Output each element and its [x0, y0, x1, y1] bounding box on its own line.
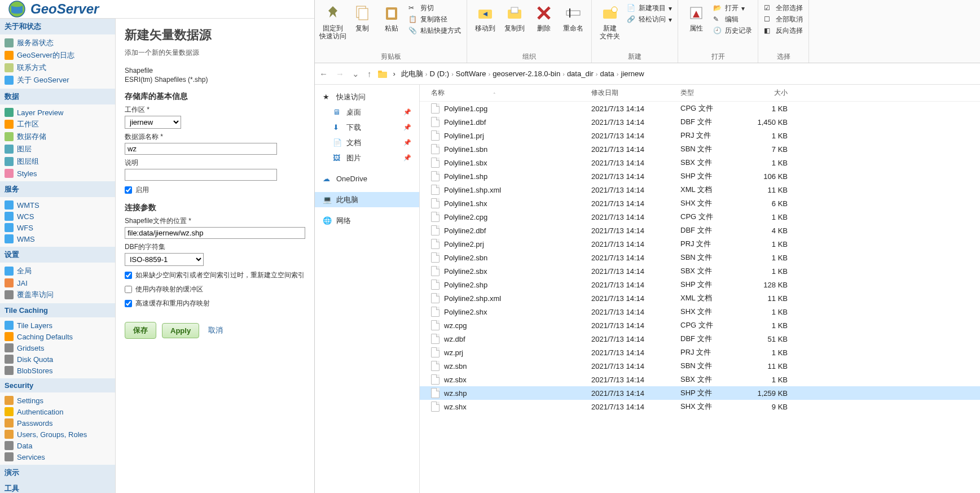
nav-item[interactable]: WFS [0, 222, 115, 233]
tree-downloads[interactable]: ⬇下载📌 [315, 120, 419, 135]
description-input[interactable] [125, 169, 277, 181]
nav-item[interactable]: 全局 [0, 265, 115, 277]
copy-to-button[interactable]: 复制到 [500, 2, 529, 34]
delete-button[interactable]: 删除 [529, 2, 559, 34]
nav-item[interactable]: Passwords [0, 417, 115, 429]
file-row[interactable]: Polyline2.sbx2021/7/13 14:14SBX 文件1 KB [420, 264, 980, 278]
up-button[interactable]: ↑ [367, 69, 372, 79]
select-none-button[interactable]: ☐全部取消 [764, 15, 803, 24]
nav-item[interactable]: 联系方式 [0, 62, 115, 74]
paste-button[interactable]: 粘贴 [377, 2, 406, 42]
nav-item[interactable]: Gridsets [0, 342, 115, 354]
open-button[interactable]: 📂打开▾ [713, 3, 752, 13]
breadcrumb-segment[interactable]: jiernew [621, 69, 644, 78]
enabled-checkbox[interactable] [125, 186, 132, 194]
paste-shortcut-button[interactable]: 📎粘贴快捷方式 [408, 26, 461, 36]
file-row[interactable]: Polyline1.sbn2021/7/13 14:14SBN 文件7 KB [420, 142, 980, 156]
col-type[interactable]: 类型 [675, 88, 747, 98]
easy-access-button[interactable]: 🔗轻松访问▾ [627, 15, 672, 24]
nav-item[interactable]: 关于 GeoServer [0, 74, 115, 86]
cut-button[interactable]: ✂剪切 [408, 3, 461, 13]
file-row[interactable]: Polyline1.prj2021/7/13 14:14PRJ 文件1 KB [420, 129, 980, 142]
recent-button[interactable]: ⌄ [352, 69, 359, 79]
nav-item[interactable]: Layer Preview [0, 107, 115, 118]
copy-button[interactable]: 复制 [348, 2, 377, 42]
breadcrumb-segment[interactable]: data_dir [567, 69, 594, 78]
nav-item[interactable]: Disk Quota [0, 354, 115, 365]
col-size[interactable]: 大小 [747, 88, 798, 98]
file-row[interactable]: Polyline2.cpg2021/7/13 14:14CPG 文件1 KB [420, 210, 980, 224]
file-row[interactable]: Polyline2.dbf2021/7/13 14:14DBF 文件4 KB [420, 224, 980, 237]
apply-button[interactable]: Apply [162, 323, 199, 338]
tree-network[interactable]: 🌐网络 [315, 213, 419, 228]
cancel-link[interactable]: 取消 [208, 325, 223, 335]
tree-onedrive[interactable]: ☁OneDrive [315, 171, 419, 186]
file-row[interactable]: Polyline1.shp.xml2021/7/13 14:14XML 文档11… [420, 183, 980, 197]
file-row[interactable]: wz.sbn2021/7/13 14:14SBN 文件11 KB [420, 359, 980, 373]
file-row[interactable]: wz.sbx2021/7/13 14:14SBX 文件1 KB [420, 373, 980, 386]
datasource-name-input[interactable] [125, 143, 277, 155]
nav-item[interactable]: Tile Layers [0, 320, 115, 331]
breadcrumb-segment[interactable]: SoftWare [456, 69, 486, 78]
pin-button[interactable]: 固定到快速访问 [318, 2, 348, 42]
bc-sep-root[interactable]: › [393, 69, 395, 78]
memory-buffer-checkbox[interactable] [125, 286, 132, 293]
back-button[interactable]: ← [319, 69, 328, 79]
breadcrumb-segment[interactable]: D (D:) [430, 69, 450, 78]
new-folder-button[interactable]: 新建文件夹 [595, 2, 625, 42]
file-row[interactable]: Polyline1.cpg2021/7/13 14:14CPG 文件1 KB [420, 102, 980, 115]
select-all-button[interactable]: ☑全部选择 [764, 3, 803, 13]
file-row[interactable]: wz.shx2021/7/13 14:14SHX 文件9 KB [420, 400, 980, 413]
col-name[interactable]: 名称˄ [420, 88, 586, 98]
nav-item[interactable]: Users, Groups, Roles [0, 429, 115, 440]
nav-item[interactable]: 工作区 [0, 118, 115, 130]
file-row[interactable]: wz.dbf2021/7/13 14:14DBF 文件51 KB [420, 332, 980, 346]
nav-item[interactable]: 图层组 [0, 155, 115, 168]
file-row[interactable]: wz.prj2021/7/13 14:14PRJ 文件1 KB [420, 346, 980, 359]
save-button[interactable]: 保存 [125, 322, 156, 339]
rename-button[interactable]: 重命名 [559, 2, 588, 34]
file-row[interactable]: Polyline2.prj2021/7/13 14:14PRJ 文件1 KB [420, 237, 980, 251]
file-row[interactable]: Polyline2.shp2021/7/13 14:14SHP 文件128 KB [420, 278, 980, 291]
nav-item[interactable]: 图层 [0, 143, 115, 155]
nav-item[interactable]: 数据存储 [0, 130, 115, 143]
workspace-select[interactable]: jiernew [125, 116, 181, 129]
tree-quick-access[interactable]: ★快速访问 [315, 89, 419, 104]
edit-button[interactable]: ✎编辑 [713, 15, 752, 24]
file-row[interactable]: wz.shp2021/7/13 14:14SHP 文件1,259 KB [420, 386, 980, 400]
nav-item[interactable]: Data [0, 440, 115, 451]
file-row[interactable]: Polyline2.sbn2021/7/13 14:14SBN 文件1 KB [420, 251, 980, 264]
file-row[interactable]: Polyline1.shp2021/7/13 14:14SHP 文件106 KB [420, 169, 980, 183]
file-row[interactable]: Polyline1.shx2021/7/13 14:14SHX 文件6 KB [420, 197, 980, 210]
nav-item[interactable]: Authentication [0, 406, 115, 417]
breadcrumb-segment[interactable]: geoserver-2.18.0-bin [493, 69, 560, 78]
forward-button[interactable]: → [336, 69, 344, 79]
properties-button[interactable]: 属性 [682, 2, 711, 37]
nav-item[interactable]: GeoServer的日志 [0, 49, 115, 62]
file-row[interactable]: Polyline2.shx2021/7/13 14:14SHX 文件1 KB [420, 305, 980, 319]
history-button[interactable]: 🕘历史记录 [713, 26, 752, 36]
nav-item[interactable]: Settings [0, 395, 115, 406]
nav-item[interactable]: Services [0, 451, 115, 463]
file-row[interactable]: Polyline1.dbf2021/7/13 14:14DBF 文件1,450 … [420, 115, 980, 129]
nav-item[interactable]: WCS [0, 211, 115, 222]
invert-select-button[interactable]: ◧反向选择 [764, 26, 803, 36]
breadcrumb-segment[interactable]: 此电脑 [401, 69, 423, 79]
charset-select[interactable]: ISO-8859-1 [125, 253, 204, 266]
col-date[interactable]: 修改日期 [586, 88, 675, 98]
tree-this-pc[interactable]: 💻此电脑 [315, 192, 419, 207]
breadcrumb-segment[interactable]: data [600, 69, 614, 78]
file-row[interactable]: wz.cpg2021/7/13 14:14CPG 文件1 KB [420, 319, 980, 332]
nav-item[interactable]: BlobStores [0, 365, 115, 376]
nav-item[interactable]: JAI [0, 277, 115, 289]
copy-path-button[interactable]: 📋复制路径 [408, 15, 461, 24]
move-to-button[interactable]: 移动到 [471, 2, 500, 34]
tree-documents[interactable]: 📄文档📌 [315, 135, 419, 150]
new-item-button[interactable]: 📄新建项目▾ [627, 3, 672, 13]
spatial-index-checkbox[interactable] [125, 272, 132, 279]
nav-item[interactable]: WMTS [0, 199, 115, 211]
tree-desktop[interactable]: 🖥桌面📌 [315, 104, 419, 120]
nav-item[interactable]: 覆盖率访问 [0, 289, 115, 301]
file-row[interactable]: Polyline2.shp.xml2021/7/13 14:14XML 文档11… [420, 291, 980, 305]
tree-pictures[interactable]: 🖼图片📌 [315, 150, 419, 165]
